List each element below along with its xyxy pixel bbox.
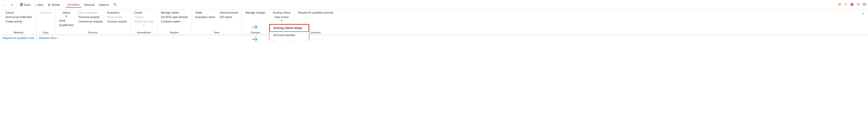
set-rfq-reply-defaults-label: Set RFQ reply defaults [161, 16, 188, 19]
finalise-item[interactable]: Finalise [133, 15, 154, 19]
tab-options[interactable]: Options [97, 2, 111, 7]
tab-quotation[interactable]: Quotation [65, 2, 82, 7]
manage-charges-label: Manage charges [245, 11, 265, 14]
status-item[interactable]: Status ▾ [58, 11, 74, 18]
view-items: Totals Evaluation report Overall process… [194, 11, 239, 31]
commercial-checklist-label: Commercial checklist [273, 40, 298, 41]
ribbon-group-amendment: Create Finalise Extend due date ▾ Amendm… [131, 11, 157, 35]
recommend-label: Recommend [107, 16, 122, 19]
evaluation-item[interactable]: Evaluation [106, 11, 128, 15]
commercial-analysis-item[interactable]: Commercial analysis [77, 20, 104, 24]
view-scores-item[interactable]: View scores ▾ [272, 15, 291, 23]
svg-point-3 [114, 3, 116, 5]
back-button[interactable]: ← [2, 2, 8, 7]
copy-items: Copy from [39, 11, 53, 31]
save-label: Save [24, 3, 31, 6]
svg-rect-11 [864, 3, 866, 5]
diamond-icon[interactable] [838, 3, 841, 7]
plus-icon: + [35, 3, 37, 7]
ribbon: Cancel Send email notification Create ac… [0, 10, 868, 35]
refresh-icon[interactable] [857, 3, 860, 7]
contract-request-item[interactable]: Contract request [106, 20, 128, 24]
send-item[interactable]: Send [58, 19, 74, 23]
cancel-label: Cancel [5, 11, 13, 14]
ribbon-group-copy: Copy from Copy [36, 11, 56, 35]
compare-replies-item[interactable]: Compare replies [160, 20, 189, 24]
scoring-criteria-item[interactable]: Scoring criteria [272, 11, 291, 15]
commercial-checklist-item[interactable]: Commercial checklist [270, 39, 309, 41]
amendment-label: Amendment [133, 31, 154, 35]
create-activity-item[interactable]: Create activity [4, 20, 33, 24]
top-right-icons: 0 [838, 3, 866, 7]
rfq-journals-label: Request for quotation journals [298, 11, 333, 14]
delete-button[interactable]: 🗑 Delete [46, 2, 62, 7]
rfq-journals-item[interactable]: Request for quotation journals [297, 11, 334, 15]
copy-from-item[interactable]: Copy from [39, 11, 53, 15]
new-button[interactable]: + New [33, 2, 45, 7]
technical-checklist-item[interactable]: Technical checklist [270, 32, 309, 39]
ribbon-group-maintain: Cancel Send email notification Create ac… [2, 11, 36, 35]
maintain-items: Cancel Send email notification Create ac… [4, 11, 33, 31]
search-button[interactable] [112, 2, 118, 7]
doi-report-item[interactable]: DOI report [219, 15, 239, 19]
scoring-criteria-setups-item[interactable]: Scoring criteria setups [270, 24, 309, 32]
save-button[interactable]: Save [18, 2, 32, 7]
create-item[interactable]: Create [133, 11, 154, 15]
recommend-item[interactable]: Recommend [106, 15, 128, 19]
tab-general[interactable]: General [82, 2, 96, 7]
set-rfq-reply-defaults-item[interactable]: Set RFQ reply defaults [160, 15, 189, 19]
doi-report-label: DOI report [220, 16, 232, 19]
hamburger-icon: ≡ [11, 3, 13, 6]
send-email-label: Send email notification [5, 16, 32, 19]
arrow1-container: ➜ [251, 23, 258, 31]
copy-from-label: Copy from [39, 11, 52, 14]
evaluation-report-label: Evaluation report [195, 16, 215, 19]
case-link[interactable]: Request for quotation case [3, 37, 34, 40]
ribbon-group-view: Totals Evaluation report Overall process… [191, 11, 242, 35]
dropdown-menu: Scoring criteria setups Technical checkl… [269, 24, 309, 41]
status-arrow: ▾ [66, 15, 67, 18]
view-scores-arrow: ▾ [281, 19, 282, 22]
collapse-ribbon-button[interactable]: ∧ [861, 11, 865, 15]
svg-rect-2 [21, 4, 23, 5]
save-icon [20, 3, 23, 7]
new-label: New [37, 3, 43, 6]
contract-request-label: Contract request [107, 20, 127, 23]
svg-marker-6 [838, 3, 841, 6]
manage-replies-item[interactable]: Manage replies [160, 11, 189, 15]
amendment-items: Create Finalise Extend due date ▾ [133, 11, 154, 31]
cancel-item[interactable]: Cancel [4, 11, 33, 15]
blue-arrow-1: ➜ [251, 23, 258, 31]
extend-due-date-arrow: ▾ [143, 24, 145, 27]
ribbon-group-score: Scoring criteria View scores ▾ Freeze ▾ … [269, 11, 294, 35]
view-selector[interactable]: Standard view ▾ [39, 37, 58, 40]
overall-process-label: Overall process [220, 11, 238, 14]
extend-due-date-item[interactable]: Extend due date ▾ [133, 20, 154, 27]
technical-analysis-label: Technical analysis [78, 16, 100, 19]
tab-quotation-label: Quotation [67, 3, 80, 6]
hamburger-button[interactable]: ≡ [9, 2, 14, 7]
svg-line-4 [116, 5, 116, 6]
evaluation-report-item[interactable]: Evaluation report [194, 15, 216, 19]
totals-label: Totals [195, 11, 202, 14]
overall-process-item[interactable]: Overall process [219, 11, 239, 15]
ribbon-groups: Cancel Send email notification Create ac… [0, 11, 868, 35]
window-icon[interactable] [863, 3, 866, 7]
open-envelopes-item[interactable]: Open envelopes [77, 11, 104, 15]
replies-items: Manage replies Set RFQ reply defaults Co… [160, 11, 189, 31]
qualification-item[interactable]: Qualification [58, 23, 74, 27]
compare-replies-label: Compare replies [161, 20, 180, 23]
notifications-icon[interactable]: 0 [850, 3, 854, 7]
totals-item[interactable]: Totals [194, 11, 216, 15]
manage-replies-label: Manage replies [161, 11, 179, 14]
manage-charges-item[interactable]: Manage charges [245, 11, 266, 15]
send-email-item[interactable]: Send email notification [4, 15, 33, 19]
separator: | [36, 37, 37, 40]
bell-icon[interactable] [844, 3, 847, 7]
ribbon-wrapper: Cancel Send email notification Create ac… [0, 10, 868, 35]
arrow2-container: ➜ [251, 35, 258, 41]
technical-analysis-item[interactable]: Technical analysis [77, 15, 104, 19]
view-scores-label: View scores [275, 16, 289, 19]
scoring-criteria-setups-label: Scoring criteria setups [273, 26, 302, 30]
separator [16, 2, 17, 7]
